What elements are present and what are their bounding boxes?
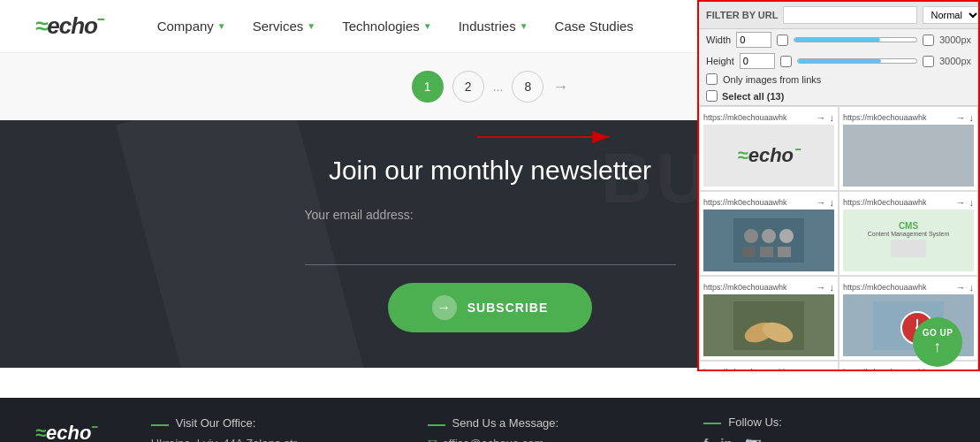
nav-technologies[interactable]: Technologies ▼ <box>342 19 431 34</box>
link-icon-3[interactable]: → <box>817 197 826 208</box>
email-input[interactable] <box>305 229 676 265</box>
nav-industries[interactable]: Industries ▼ <box>459 19 528 34</box>
picker-thumb-hands[interactable] <box>703 294 834 356</box>
list-item: https://mk0echouaawhk → ↓ <box>839 106 978 191</box>
picker-select-all-checkbox[interactable] <box>706 90 718 102</box>
svg-point-5 <box>779 229 794 243</box>
picker-url-row-6: https://mk0echouaawhk → ↓ <box>843 280 974 294</box>
chevron-down-icon: ▼ <box>307 21 315 31</box>
footer-separator-3 <box>703 423 721 424</box>
picker-height-checkbox[interactable] <box>780 56 792 67</box>
footer-separator-2 <box>428 424 445 426</box>
svg-rect-7 <box>760 247 773 257</box>
picker-width-max-checkbox[interactable] <box>923 34 934 46</box>
pagination-arrow[interactable]: → <box>552 78 568 96</box>
picker-thumb-gray[interactable] <box>843 125 974 187</box>
picker-url-text-7: https://mk0echouaawhk <box>703 368 813 371</box>
download-icon-8[interactable]: ↓ <box>969 367 975 371</box>
picker-links-label: Only images from links <box>723 74 821 85</box>
picker-url-row-3: https://mk0echouaawhk → ↓ <box>703 195 834 210</box>
picker-width-checkbox[interactable] <box>777 34 788 46</box>
link-icon-6[interactable]: → <box>956 282 966 293</box>
link-icon-2[interactable]: → <box>956 112 966 123</box>
picker-url-text-6: https://mk0echouaawhk <box>843 283 953 292</box>
chevron-down-icon: ▼ <box>217 21 226 31</box>
nav-services[interactable]: Services ▼ <box>253 19 315 34</box>
picker-height-bar <box>797 58 917 64</box>
picker-height-max-checkbox[interactable] <box>923 56 934 67</box>
footer-email[interactable]: office@echoua.com <box>443 437 544 442</box>
linkedin-icon[interactable]: in <box>720 436 732 443</box>
picker-url-row-8: https://mk0echouaawhk → ↓ <box>843 365 974 371</box>
footer-social-section: Follow Us: f in 📷 <box>703 415 945 443</box>
download-icon-2[interactable]: ↓ <box>969 112 975 123</box>
download-icon-6[interactable]: ↓ <box>969 282 975 293</box>
link-icon-8[interactable]: → <box>956 367 966 371</box>
footer-social-icons: f in 📷 <box>703 436 945 443</box>
picker-filter-label: FILTER BY URL <box>706 10 778 20</box>
nav-case-studies[interactable]: Case Studies <box>555 19 634 34</box>
svg-rect-6 <box>742 247 756 257</box>
nav-company[interactable]: Company ▼ <box>157 19 226 34</box>
picker-url-text-5: https://mk0echouaawhk <box>703 283 813 292</box>
footer-message-title: Send Us a Message: <box>452 416 559 430</box>
picker-links-checkbox[interactable] <box>706 73 718 85</box>
link-icon-5[interactable]: → <box>817 282 826 293</box>
image-picker-panel: FILTER BY URL Normal Width 3000px Height… <box>697 0 980 371</box>
go-up-arrow-icon: ↑ <box>933 338 942 356</box>
picker-url-row-7: https://mk0echouaawhk → ↓ <box>703 365 834 371</box>
picker-url-row-4: https://mk0echouaawhk → ↓ <box>843 195 974 210</box>
svg-rect-8 <box>778 247 791 257</box>
download-icon-5[interactable]: ↓ <box>830 282 835 293</box>
footer-office-title: Visit Our Office: <box>176 416 256 430</box>
picker-thumb-cms[interactable]: CMS Content Management System <box>843 210 974 271</box>
facebook-icon[interactable]: f <box>703 436 708 443</box>
pagination-dots: ... <box>493 80 504 94</box>
footer-social-title: Follow Us: <box>728 415 782 429</box>
picker-url-text: https://mk0echouaawhk <box>703 113 813 122</box>
picker-url-text-3: https://mk0echouaawhk <box>703 198 813 207</box>
email-icon: ✉ <box>428 437 437 442</box>
subscribe-arrow-icon: → <box>432 295 457 320</box>
link-icon-7[interactable]: → <box>817 367 826 371</box>
list-item: https://mk0echouaawhk → ↓ <box>699 276 839 361</box>
subscribe-button[interactable]: → SUBSCRIBE <box>388 283 592 332</box>
picker-height-min[interactable] <box>740 53 775 69</box>
download-icon-3[interactable]: ↓ <box>830 197 835 208</box>
picker-height-max: 3000px <box>939 56 971 66</box>
instagram-icon[interactable]: 📷 <box>745 436 762 443</box>
picker-url-row-2: https://mk0echouaawhk → ↓ <box>843 110 974 125</box>
download-icon[interactable]: ↓ <box>830 112 835 123</box>
main-nav: Company ▼ Services ▼ Technologies ▼ Indu… <box>157 19 634 34</box>
page-btn-2[interactable]: 2 <box>452 71 484 103</box>
picker-thumb-meeting[interactable] <box>703 210 834 271</box>
picker-thumb-echo[interactable]: ≈echoˉ <box>703 125 834 187</box>
download-icon-4[interactable]: ↓ <box>969 197 975 208</box>
picker-url-row: https://mk0echouaawhk → ↓ <box>703 110 834 125</box>
svg-point-4 <box>762 229 776 243</box>
download-icon-7[interactable]: ↓ <box>830 367 835 371</box>
picker-width-max: 3000px <box>939 34 971 45</box>
picker-width-fill <box>794 38 879 42</box>
picker-url-text-2: https://mk0echouaawhk <box>843 113 953 122</box>
picker-width-bar <box>794 37 917 42</box>
list-item: https://mk0echouaawhk → ↓ <box>699 361 839 371</box>
picker-url-row-5: https://mk0echouaawhk → ↓ <box>703 280 834 294</box>
picker-filter-input[interactable] <box>783 6 917 24</box>
picker-mode-select[interactable]: Normal <box>923 6 980 24</box>
picker-width-min[interactable] <box>736 32 771 48</box>
page-btn-8[interactable]: 8 <box>512 71 543 103</box>
picker-width-row: Width 3000px <box>699 29 978 50</box>
footer-separator <box>151 424 169 426</box>
footer-office: Visit Our Office: Ukraine, Lviv, 44A Zel… <box>151 416 392 442</box>
link-icon-4[interactable]: → <box>956 197 966 208</box>
picker-links-row: Only images from links <box>699 72 978 87</box>
picker-select-all-row: Select all (13) <box>699 87 978 106</box>
link-icon[interactable]: → <box>817 112 826 123</box>
page-btn-1[interactable]: 1 <box>412 71 444 103</box>
go-up-button[interactable]: GO UP ↑ <box>913 317 962 367</box>
picker-height-fill <box>798 59 881 63</box>
picker-header: FILTER BY URL Normal <box>699 2 978 29</box>
list-item: https://mk0echouaawhk → ↓ <box>699 191 839 276</box>
chevron-down-icon: ▼ <box>423 21 432 31</box>
